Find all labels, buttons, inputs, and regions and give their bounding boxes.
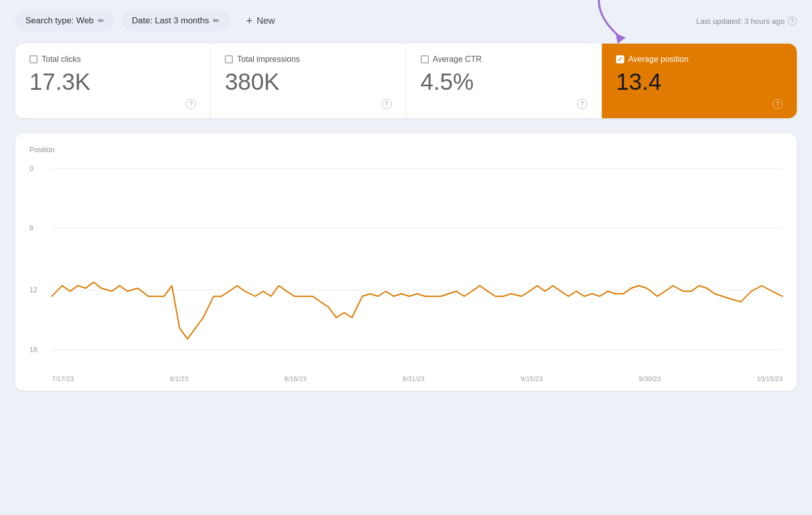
metric-value-total-impressions: 380K [225, 69, 391, 95]
metric-value-total-clicks: 17.3K [29, 69, 196, 95]
top-bar: Search type: Web ✏ Date: Last 3 months ✏… [15, 10, 797, 31]
x-label-6: 9/30/23 [639, 375, 661, 383]
svg-marker-0 [616, 33, 626, 44]
metric-value-average-ctr: 4.5% [421, 69, 587, 95]
metric-checkbox-total-impressions[interactable] [225, 55, 233, 63]
y-tick-18: 18 [29, 346, 38, 354]
search-type-edit-icon: ✏ [98, 16, 105, 25]
metric-help-average-ctr[interactable]: ? [577, 99, 587, 109]
date-filter-label: Date: Last 3 months [132, 16, 209, 26]
x-label-1: 7/17/23 [52, 375, 74, 383]
new-button[interactable]: + New [240, 10, 281, 31]
last-updated-help-icon[interactable]: ? [788, 16, 797, 25]
date-edit-icon: ✏ [213, 16, 220, 25]
chart-y-axis-label: Position [29, 146, 783, 154]
metric-label-total-impressions: Total impressions [237, 55, 300, 64]
metric-card-total-clicks[interactable]: Total clicks 17.3K ? [15, 44, 211, 118]
x-label-4: 8/31/23 [402, 375, 424, 383]
metric-card-total-impressions[interactable]: Total impressions 380K ? [211, 44, 406, 118]
x-label-3: 8/16/23 [284, 375, 306, 383]
x-label-2: 8/1/23 [170, 375, 188, 383]
metric-card-average-ctr[interactable]: Average CTR 4.5% ? [407, 44, 602, 118]
metric-header-average-ctr: Average CTR [421, 55, 587, 64]
new-button-label: New [257, 16, 275, 26]
search-type-filter[interactable]: Search type: Web ✏ [15, 11, 115, 31]
y-tick-0: 0 [29, 164, 33, 173]
plus-icon: + [246, 14, 253, 27]
metric-label-average-ctr: Average CTR [433, 55, 482, 64]
metric-help-average-position[interactable]: ? [772, 99, 783, 109]
chart-section: Position 0 6 12 18 7/17/23 8/1/23 8/16/2… [15, 133, 797, 391]
metric-card-average-position[interactable]: Average position 13.4 ? [602, 44, 797, 118]
date-filter[interactable]: Date: Last 3 months ✏ [122, 11, 230, 31]
chart-container: 0 6 12 18 [29, 158, 783, 371]
metric-header-average-position: Average position [616, 55, 783, 64]
metric-value-average-position: 13.4 [616, 69, 783, 95]
metric-checkbox-total-clicks[interactable] [29, 55, 38, 63]
chart-x-labels: 7/17/23 8/1/23 8/16/23 8/31/23 9/15/23 9… [29, 375, 783, 383]
last-updated: Last updated: 3 hours ago ? [696, 16, 797, 25]
x-label-7: 10/15/23 [757, 375, 783, 383]
metric-header-total-clicks: Total clicks [29, 55, 196, 64]
metric-checkbox-average-ctr[interactable] [421, 55, 429, 63]
search-type-label: Search type: Web [25, 16, 94, 26]
metric-header-total-impressions: Total impressions [225, 55, 391, 64]
y-tick-6: 6 [29, 224, 33, 232]
metric-label-total-clicks: Total clicks [42, 55, 81, 64]
x-label-5: 9/15/23 [521, 375, 543, 383]
metric-checkbox-average-position[interactable] [616, 55, 624, 63]
metric-help-total-impressions[interactable]: ? [382, 99, 392, 109]
y-tick-12: 12 [29, 286, 38, 294]
chart-svg [52, 158, 783, 371]
metric-help-total-clicks[interactable]: ? [186, 99, 196, 109]
metrics-section: Total clicks 17.3K ? Total impressions 3… [15, 44, 797, 118]
metric-label-average-position: Average position [628, 55, 689, 64]
